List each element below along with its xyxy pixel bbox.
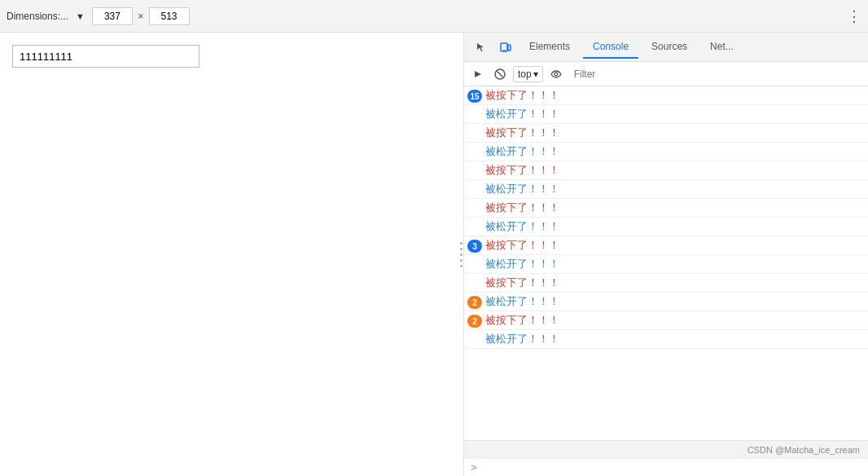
log-text: 被按下了！！！ — [485, 88, 559, 103]
bottom-bar: CSDN @Matcha_ice_cream — [464, 440, 868, 458]
log-text: 被松开了！！！ — [485, 332, 559, 346]
log-text: 被按下了！！！ — [485, 201, 559, 215]
log-text: 被松开了！！！ — [485, 182, 559, 196]
console-toolbar: top ▾ — [464, 62, 868, 86]
filter-input[interactable] — [569, 67, 863, 82]
log-entry: 15被按下了！！！ — [464, 86, 868, 105]
dimensions-label: Dimensions:... — [7, 11, 68, 22]
log-text: 被松开了！！！ — [485, 219, 559, 234]
tab-console[interactable]: Console — [583, 36, 638, 59]
eye-icon-btn[interactable] — [546, 68, 566, 80]
log-text: 被按下了！！！ — [485, 126, 559, 140]
height-input[interactable] — [149, 7, 190, 25]
log-entry: 被松开了！！！ — [464, 180, 868, 199]
svg-point-6 — [555, 73, 558, 76]
clear-icon — [494, 68, 506, 80]
tab-sources[interactable]: Sources — [642, 36, 697, 59]
left-panel-content — [0, 33, 463, 476]
log-entry: 3被按下了！！！ — [464, 236, 868, 255]
device-icon — [500, 42, 511, 53]
left-panel — [0, 33, 464, 476]
tab-network[interactable]: Net... — [700, 36, 743, 59]
log-entry: 被松开了！！！ — [464, 330, 868, 349]
more-options-btn[interactable]: ⋮ — [847, 9, 861, 24]
svg-line-5 — [498, 71, 503, 77]
log-entry: 被按下了！！！ — [464, 161, 868, 180]
log-text: 被松开了！！！ — [485, 144, 559, 159]
eye-icon — [550, 70, 562, 78]
log-entry: 被按下了！！！ — [464, 124, 868, 143]
top-label: top — [518, 68, 532, 80]
log-text: 被按下了！！！ — [485, 313, 559, 328]
execute-icon — [473, 69, 483, 79]
dimensions-dropdown-btn[interactable]: ▼ — [73, 10, 87, 23]
log-badge: 3 — [467, 240, 482, 253]
log-entry: 被按下了！！！ — [464, 274, 868, 293]
clear-console-btn[interactable] — [490, 67, 510, 82]
log-entry: 被松开了！！！ — [464, 105, 868, 124]
tab-elements[interactable]: Elements — [519, 36, 580, 59]
console-prompt-row: > — [464, 458, 868, 476]
log-entry: 被松开了！！！ — [464, 255, 868, 274]
watermark: CSDN @Matcha_ice_cream — [747, 445, 860, 455]
panel-resize-handle[interactable] — [458, 33, 463, 476]
log-text: 被松开了！！！ — [485, 107, 559, 121]
log-text: 被按下了！！！ — [485, 238, 559, 253]
log-text: 被松开了！！！ — [485, 257, 559, 271]
log-text: 被按下了！！！ — [485, 275, 559, 290]
log-text: 被按下了！！！ — [485, 163, 559, 178]
log-entry: 被松开了！！！ — [464, 218, 868, 236]
dimension-separator: × — [138, 10, 144, 22]
log-entry: 2被按下了！！！ — [464, 311, 868, 330]
cursor-icon — [476, 42, 487, 53]
dropdown-arrow: ▾ — [533, 68, 538, 80]
execute-script-btn[interactable] — [469, 68, 487, 81]
log-badge: 2 — [467, 296, 482, 309]
devtools-tabs: Elements Console Sources Net... — [464, 33, 868, 62]
svg-rect-1 — [508, 45, 511, 51]
device-toggle-btn[interactable] — [495, 38, 516, 56]
context-dropdown[interactable]: top ▾ — [513, 66, 543, 82]
top-toolbar: Dimensions:... ▼ × ⋮ — [0, 0, 868, 33]
devtools-panel: Elements Console Sources Net... top ▾ — [464, 33, 868, 476]
log-badge: 2 — [467, 315, 482, 328]
main-area: Elements Console Sources Net... top ▾ — [0, 33, 868, 476]
log-entry: 被松开了！！！ — [464, 143, 868, 161]
prompt-icon: > — [471, 461, 477, 474]
log-entry: 2被松开了！！！ — [464, 293, 868, 311]
log-text: 被松开了！！！ — [485, 294, 559, 309]
drag-handle-dots — [460, 242, 462, 267]
log-badge: 15 — [467, 90, 482, 103]
text-input-field[interactable] — [12, 45, 199, 68]
cursor-icon-btn[interactable] — [471, 38, 492, 56]
log-entry: 被按下了！！！ — [464, 199, 868, 218]
svg-marker-3 — [475, 71, 481, 77]
console-log: 15被按下了！！！被松开了！！！被按下了！！！被松开了！！！被按下了！！！被松开… — [464, 86, 868, 440]
width-input[interactable] — [92, 7, 133, 25]
